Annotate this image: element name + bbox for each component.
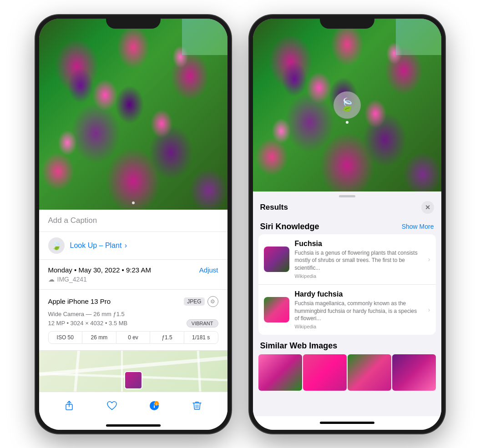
fuchsia-thumb-image (264, 247, 289, 272)
leaf-overlay-icon: 🍃 (339, 97, 355, 112)
knowledge-item-hardy-fuchsia[interactable]: Hardy fuchsia Fuchsia magellanica, commo… (258, 285, 436, 335)
results-header: Results ✕ (253, 197, 441, 218)
map-road (121, 351, 123, 392)
camera-specs: Wide Camera — 26 mm ƒ1.5 (48, 311, 218, 317)
siri-dot-indicator (346, 121, 349, 124)
siri-visual-lookup-button[interactable]: 🍃 (333, 91, 361, 119)
siri-knowledge-header: Siri Knowledge Show More (253, 218, 441, 234)
left-phone-screen: Add a Caption 🍃 Look Up – Plant › Monday… (39, 19, 227, 430)
home-bar-right (320, 422, 374, 424)
jpeg-badge: JPEG (184, 297, 204, 306)
device-name: Apple iPhone 13 Pro (48, 297, 111, 305)
fuchsia-text: Fuchsia Fuchsia is a genus of flowering … (295, 240, 423, 279)
lookup-text-bold: Look Up – (70, 242, 103, 249)
phone-notch-right (320, 15, 374, 29)
meta-adjust-button[interactable]: Adjust (199, 266, 218, 274)
meta-filename-row: ☁ IMG_4241 (48, 276, 218, 283)
cloud-icon: ☁ (48, 276, 55, 283)
leaf-icon: 🍃 (51, 241, 61, 251)
iso-cell: ISO 50 (49, 332, 83, 343)
phone-notch (106, 15, 161, 29)
web-image-3[interactable] (348, 354, 391, 391)
lookup-text-blue: Plant (105, 242, 121, 249)
meta-date-row: Monday • May 30, 2022 • 9:23 AM Adjust (48, 266, 218, 274)
fuchsia-thumbnail (264, 247, 289, 272)
badges-row: JPEG ⚙ (184, 296, 218, 307)
bottom-toolbar: i (39, 392, 227, 421)
vibrant-badge: VIBRANT (187, 319, 218, 327)
results-title: Results (260, 203, 288, 212)
fuchsia-description: Fuchsia is a genus of flowering plants t… (295, 249, 423, 272)
web-images-title: Similar Web Images (253, 339, 441, 354)
right-phone: 🍃 Results ✕ Siri Knowledge Show More (249, 15, 445, 433)
lookup-chevron: › (125, 242, 127, 249)
mp-row: 12 MP • 3024 × 4032 • 3.5 MB VIBRANT (48, 319, 218, 327)
caption-placeholder[interactable]: Add a Caption (48, 216, 97, 225)
caption-area[interactable]: Add a Caption (39, 210, 227, 232)
device-section: Apple iPhone 13 Pro JPEG ⚙ Wide Camera —… (39, 290, 227, 351)
svg-text:i: i (156, 402, 157, 406)
meta-date: Monday • May 30, 2022 • 9:23 AM (48, 266, 151, 274)
siri-knowledge-title: Siri Knowledge (260, 222, 319, 232)
lookup-row[interactable]: 🍃 Look Up – Plant › (39, 232, 227, 260)
gear-icon[interactable]: ⚙ (207, 296, 218, 307)
knowledge-card: Fuchsia Fuchsia is a genus of flowering … (258, 234, 436, 335)
map-preview[interactable] (39, 351, 227, 392)
mp-info: 12 MP • 3024 × 4032 • 3.5 MB (48, 320, 128, 327)
show-more-button[interactable]: Show More (402, 223, 434, 230)
knowledge-item-fuchsia[interactable]: Fuchsia Fuchsia is a genus of flowering … (258, 234, 436, 285)
hardy-thumb-image (264, 297, 289, 322)
right-photo-view[interactable]: 🍃 (253, 19, 441, 191)
meta-section: Monday • May 30, 2022 • 9:23 AM Adjust ☁… (39, 260, 227, 290)
hardy-fuchsia-description: Fuchsia magellanica, commonly known as t… (295, 300, 423, 322)
home-bar (106, 424, 161, 427)
web-image-1[interactable] (258, 354, 302, 391)
fuchsia-title: Fuchsia (295, 240, 423, 248)
delete-button[interactable] (189, 398, 205, 414)
close-button[interactable]: ✕ (421, 201, 434, 214)
svg-rect-3 (154, 405, 155, 408)
photo-view[interactable] (39, 19, 227, 210)
fuchsia-source: Wikipedia (295, 273, 423, 279)
hardy-fuchsia-source: Wikipedia (295, 324, 423, 329)
results-panel: Results ✕ Siri Knowledge Show More Fuchs… (253, 191, 441, 416)
hardy-fuchsia-title: Hardy fuchsia (295, 290, 423, 298)
sky-area (182, 19, 227, 55)
device-row: Apple iPhone 13 Pro JPEG ⚙ (48, 296, 218, 307)
f-cell: ƒ1.5 (150, 332, 184, 343)
hardy-fuchsia-chevron: › (428, 306, 430, 313)
home-indicator-right (253, 416, 441, 430)
photo-dot-indicator (132, 201, 135, 204)
lookup-label: Look Up – Plant › (70, 242, 127, 250)
left-phone: Add a Caption 🍃 Look Up – Plant › Monday… (35, 15, 231, 433)
favorite-button[interactable] (104, 398, 120, 414)
right-phone-screen: 🍃 Results ✕ Siri Knowledge Show More (253, 19, 441, 430)
shutter-cell: 1/181 s (184, 332, 218, 343)
right-sky-area (396, 19, 441, 55)
iso-row: ISO 50 26 mm 0 ev ƒ1.5 1/181 s (48, 331, 218, 344)
ev-cell: 0 ev (116, 332, 151, 343)
fuchsia-chevron: › (428, 256, 430, 263)
home-indicator (39, 421, 227, 430)
meta-filename: IMG_4241 (57, 276, 87, 283)
share-button[interactable] (61, 398, 77, 414)
hardy-fuchsia-thumbnail (264, 297, 289, 322)
web-image-4[interactable] (392, 354, 436, 391)
web-images-section: Similar Web Images (253, 336, 441, 391)
web-image-2[interactable] (303, 354, 347, 391)
info-button[interactable]: i (146, 398, 162, 414)
web-images-row (253, 354, 441, 391)
mm-cell: 26 mm (82, 332, 116, 343)
map-thumbnail (124, 371, 142, 389)
map-road (197, 351, 201, 392)
lookup-icon-circle: 🍃 (48, 237, 65, 254)
hardy-fuchsia-text: Hardy fuchsia Fuchsia magellanica, commo… (295, 290, 423, 329)
